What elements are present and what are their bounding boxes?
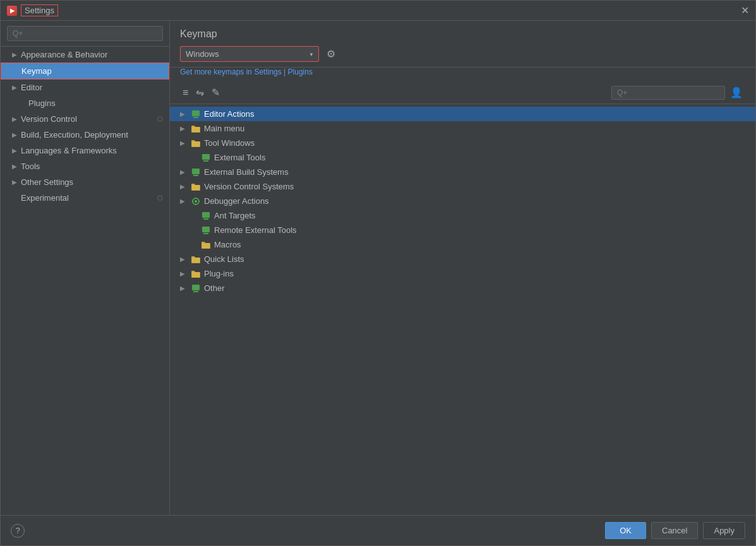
action-icon: [190, 284, 201, 293]
action-icon: [200, 153, 212, 162]
tree-item-label: Macros: [214, 240, 241, 249]
sidebar-item-tools[interactable]: ▶ Tools: [1, 158, 169, 174]
arrow-icon: ▶: [11, 163, 18, 170]
sidebar-item-version-control[interactable]: ▶ Version Control ⬡: [1, 111, 169, 127]
sidebar-item-editor[interactable]: ▶ Editor: [1, 80, 169, 95]
svg-rect-2: [192, 127, 200, 132]
tree-item-plug-ins[interactable]: ▶ Plug-ins: [170, 266, 755, 281]
arrow-icon: ▶: [11, 179, 18, 186]
action-icon: [190, 110, 201, 119]
sidebar-search-input[interactable]: [7, 26, 163, 41]
sidebar-search-bar: [1, 21, 169, 47]
action-icon: [190, 168, 201, 177]
external-link-icon: ⬡: [157, 116, 163, 122]
tree-arrow-icon: ▶: [180, 169, 189, 175]
keymap-gear-button[interactable]: ⚙: [324, 47, 338, 61]
title-bar-left: ▶ Settings: [7, 4, 58, 16]
sidebar-item-languages[interactable]: ▶ Languages & Frameworks: [1, 143, 169, 158]
svg-rect-15: [202, 212, 210, 218]
arrow-icon: ▶: [11, 147, 18, 155]
tree-item-label: External Build Systems: [204, 167, 289, 177]
settings-link[interactable]: Get more keymaps in Settings: [180, 68, 282, 76]
sidebar-item-build[interactable]: ▶ Build, Execution, Deployment: [1, 127, 169, 143]
sidebar-item-label: Experimental: [21, 193, 69, 203]
edit-shortcuts-button[interactable]: ✎: [209, 85, 222, 100]
folder-icon: [190, 124, 201, 133]
collapse-all-button[interactable]: ⇋: [193, 85, 207, 100]
sidebar-item-experimental[interactable]: Experimental ⬡: [1, 190, 169, 206]
tree-item-label: Quick Lists: [204, 254, 244, 264]
tree-arrow-icon: ▶: [180, 125, 189, 132]
right-panel: Keymap Windows macOS Linux Default for X…: [170, 21, 755, 515]
panel-title: Keymap: [180, 28, 745, 40]
tree-item-label: Tool Windows: [204, 138, 255, 148]
close-button[interactable]: ✕: [741, 6, 749, 16]
title-bar: ▶ Settings ✕: [1, 1, 755, 21]
tree-item-external-build[interactable]: ▶ External Build Systems: [170, 165, 755, 179]
sidebar-item-label: Languages & Frameworks: [21, 146, 117, 155]
tree-item-vcs[interactable]: ▶ Version Control Systems: [170, 179, 755, 194]
tree-item-label: Other: [204, 283, 225, 293]
tree-search-input[interactable]: [611, 86, 725, 100]
sidebar-item-label: Version Control: [21, 114, 77, 124]
arrow-icon: ▶: [11, 116, 18, 123]
arrow-icon: [11, 68, 19, 75]
find-user-button[interactable]: 👤: [728, 85, 745, 100]
expand-all-button[interactable]: ≡: [180, 86, 191, 100]
cancel-button[interactable]: Cancel: [651, 522, 698, 539]
tree-item-label: Debugger Actions: [204, 196, 269, 206]
tree-item-label: External Tools: [214, 153, 265, 162]
keymap-dropdown-wrapper: Windows macOS Linux Default for XWin Ema…: [180, 46, 319, 62]
tree-item-remote-external-tools[interactable]: Remote External Tools: [170, 223, 755, 237]
tree-arrow-icon: ▶: [180, 183, 189, 190]
svg-rect-5: [203, 160, 208, 162]
tree-arrow-icon: ▶: [180, 139, 189, 146]
tree-item-macros[interactable]: Macros: [170, 237, 755, 252]
plugins-link[interactable]: Plugins: [288, 68, 313, 76]
tree-item-main-menu[interactable]: ▶ Main menu: [170, 121, 755, 136]
svg-rect-23: [193, 291, 198, 292]
tree-arrow-icon: ▶: [180, 270, 189, 277]
main-content: ▶ Appearance & Behavior Keymap ▶ Editor …: [1, 21, 755, 515]
arrow-icon: [18, 100, 26, 107]
tree-item-label: Ant Targets: [214, 211, 256, 220]
bottom-left: ?: [11, 524, 25, 538]
tree-item-tool-windows[interactable]: ▶ Tool Windows: [170, 136, 755, 150]
keymap-tree: ▶ Editor Actions ▶ Main menu ▶: [170, 104, 755, 515]
tree-item-ant-targets[interactable]: Ant Targets: [170, 208, 755, 223]
sidebar-item-label: Keymap: [21, 66, 52, 76]
tree-item-editor-actions[interactable]: ▶ Editor Actions: [170, 107, 755, 121]
tree-item-label: Remote External Tools: [214, 225, 297, 235]
svg-rect-20: [192, 258, 200, 263]
sidebar-item-plugins[interactable]: Plugins: [1, 95, 169, 111]
tree-item-label: Main menu: [204, 124, 244, 133]
apply-button[interactable]: Apply: [703, 522, 745, 539]
sidebar-item-appearance[interactable]: ▶ Appearance & Behavior: [1, 47, 169, 62]
tree-item-label: Plug-ins: [204, 269, 234, 278]
tree-item-external-tools[interactable]: External Tools: [170, 150, 755, 165]
ok-button[interactable]: OK: [605, 522, 646, 539]
external-link-icon: ⬡: [157, 194, 163, 201]
bottom-right: OK Cancel Apply: [605, 522, 745, 539]
sidebar-item-other-settings[interactable]: ▶ Other Settings: [1, 174, 169, 190]
tree-item-label: Version Control Systems: [204, 182, 294, 191]
folder-icon: [200, 240, 212, 249]
tree-item-other[interactable]: ▶ Other: [170, 281, 755, 295]
tree-arrow-icon: ▶: [180, 256, 189, 263]
svg-rect-4: [202, 154, 210, 160]
sidebar-item-keymap[interactable]: Keymap: [1, 62, 169, 80]
gear-icon: [190, 197, 201, 206]
keymap-row: Windows macOS Linux Default for XWin Ema…: [180, 46, 745, 62]
svg-rect-3: [192, 141, 200, 146]
tree-item-quick-lists[interactable]: ▶ Quick Lists: [170, 252, 755, 266]
help-button[interactable]: ?: [11, 524, 25, 538]
action-icon: [200, 211, 212, 220]
dialog-title: Settings: [21, 4, 58, 16]
arrow-icon: [11, 194, 18, 202]
svg-rect-22: [192, 285, 200, 290]
tree-item-debugger[interactable]: ▶ Debugger Actions: [170, 194, 755, 208]
arrow-icon: ▶: [11, 51, 18, 59]
keymap-dropdown[interactable]: Windows macOS Linux Default for XWin Ema…: [180, 46, 319, 62]
svg-rect-7: [193, 175, 198, 176]
sidebar-item-label: Plugins: [28, 98, 56, 108]
